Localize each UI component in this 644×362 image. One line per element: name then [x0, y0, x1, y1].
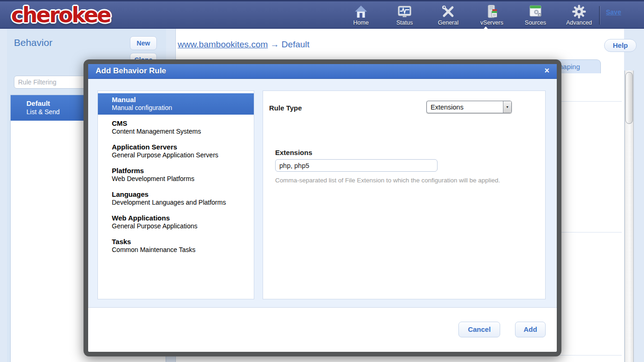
dialog-header: Add Behavior Rule × — [88, 64, 557, 79]
dialog-body: Manual Manual configuration CMS Content … — [88, 79, 557, 307]
sources-icon — [528, 4, 543, 19]
dialog-title: Add Behavior Rule — [96, 66, 166, 76]
category-title: Tasks — [112, 238, 250, 246]
chevron-down-icon: ▼ — [503, 101, 511, 113]
add-button[interactable]: Add — [515, 322, 546, 337]
nav-label: Sources — [525, 19, 546, 26]
category-item-cms[interactable]: CMS Content Management Systems — [98, 117, 254, 138]
category-title: Languages — [112, 190, 250, 198]
nav-item-home[interactable]: Home — [344, 4, 378, 26]
home-icon — [354, 4, 368, 19]
extensions-label: Extensions — [275, 149, 312, 156]
nav-item-vservers[interactable]: vServers — [475, 4, 509, 26]
category-item-application-servers[interactable]: Application Servers General Purpose Appl… — [98, 141, 254, 162]
breadcrumb-vserver-link[interactable]: www.bambookites.com — [178, 39, 268, 49]
nav-item-sources[interactable]: Sources — [519, 4, 552, 26]
save-link[interactable]: Save — [606, 8, 621, 16]
rule-type-value: Extensions — [427, 103, 503, 111]
category-subtitle: General Purpose Applications — [112, 222, 250, 230]
breadcrumb-current: Default — [282, 39, 309, 49]
category-subtitle: Content Management Systems — [112, 128, 250, 135]
category-subtitle: Manual configuration — [112, 104, 250, 111]
category-title: CMS — [112, 119, 250, 127]
scrollbar-thumb[interactable] — [625, 72, 633, 124]
nav-label: Advanced — [566, 19, 592, 26]
active-nav-indicator — [483, 26, 489, 30]
breadcrumb: www.bambookites.com → Default — [178, 39, 309, 50]
extensions-help-text: Comma-separated list of File Extension t… — [275, 177, 500, 184]
category-item-web-applications[interactable]: Web Applications General Purpose Applica… — [98, 212, 254, 233]
scrollbar-track[interactable] — [625, 71, 634, 362]
cherokee-logo: cherokee — [11, 2, 110, 27]
nav-label: vServers — [480, 19, 503, 26]
nav-label: General — [438, 19, 458, 26]
nav-item-advanced[interactable]: Advanced — [562, 4, 596, 26]
rule-type-label: Rule Type — [269, 104, 302, 112]
category-title: Platforms — [112, 167, 250, 175]
nav-separator — [599, 6, 600, 25]
cancel-button[interactable]: Cancel — [458, 322, 500, 337]
sidebar-title: Behavior — [14, 37, 52, 48]
rule-category-list: Manual Manual configuration CMS Content … — [97, 90, 254, 299]
nav-label: Status — [396, 19, 412, 26]
category-subtitle: General Purpose Application Servers — [112, 151, 250, 159]
nav-menu: Home Status General — [344, 4, 596, 26]
vservers-icon — [484, 4, 499, 19]
category-title: Application Servers — [112, 143, 250, 151]
rule-form-panel: Rule Type Extensions ▼ Extensions Comma-… — [263, 90, 546, 299]
nav-label: Home — [353, 19, 368, 26]
rule-type-select[interactable]: Extensions ▼ — [426, 101, 512, 113]
cherokee-admin-page: Behavior New Clone Default List & Send w… — [0, 0, 644, 362]
category-title: Web Applications — [112, 214, 250, 222]
status-icon — [397, 4, 412, 19]
category-item-manual[interactable]: Manual Manual configuration — [98, 93, 254, 115]
category-subtitle: Web Development Platforms — [112, 175, 250, 182]
help-button[interactable]: Help — [604, 39, 637, 52]
add-behavior-rule-dialog: Add Behavior Rule × Manual Manual config… — [84, 59, 561, 356]
dialog-footer: Cancel Add — [88, 307, 557, 352]
category-subtitle: Common Maintenance Tasks — [112, 246, 250, 253]
nav-item-general[interactable]: General — [431, 4, 465, 26]
category-title: Manual — [112, 96, 250, 103]
category-item-tasks[interactable]: Tasks Common Maintenance Tasks — [98, 235, 254, 257]
category-item-platforms[interactable]: Platforms Web Development Platforms — [98, 164, 254, 186]
new-rule-button[interactable]: New — [130, 36, 157, 50]
general-icon — [441, 4, 456, 19]
category-subtitle: Development Languages and Platforms — [112, 199, 250, 206]
close-icon[interactable]: × — [544, 66, 549, 76]
extensions-input[interactable] — [275, 159, 438, 172]
top-navigation-bar: cherokee Home Status — [0, 0, 644, 29]
nav-item-status[interactable]: Status — [388, 4, 421, 26]
breadcrumb-arrow-icon: → — [270, 39, 279, 49]
category-item-languages[interactable]: Languages Development Languages and Plat… — [98, 188, 254, 209]
advanced-icon — [572, 4, 586, 19]
